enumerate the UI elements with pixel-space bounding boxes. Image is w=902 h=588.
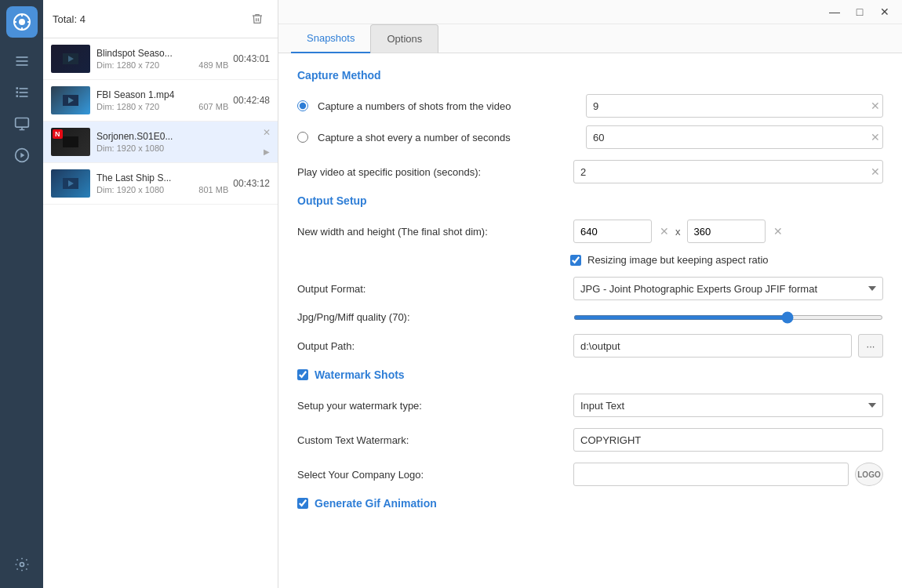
close-button[interactable]: ✕	[874, 3, 896, 20]
logo-label: Select Your Company Logo:	[297, 469, 564, 481]
svg-rect-23	[63, 136, 78, 147]
file-close-button[interactable]: ✕	[260, 126, 273, 139]
list-item[interactable]: Blindspot Seaso... Dim: 1280 x 720 489 M…	[43, 38, 278, 80]
position-label: Play video at specific position (seconds…	[297, 166, 564, 178]
watermark-text-row: Custom Text Watermark:	[297, 428, 883, 452]
file-name: FBI Season 1.mp4	[96, 89, 228, 100]
gif-title: Generate Gif Animation	[315, 497, 437, 510]
sidebar-item-play[interactable]	[6, 141, 38, 169]
list-item[interactable]: The Last Ship S... Dim: 1920 x 1080 801 …	[43, 163, 278, 205]
logo-icon	[13, 13, 31, 31]
app-logo[interactable]	[6, 6, 38, 38]
browse-button[interactable]: ···	[858, 334, 883, 358]
svg-rect-10	[19, 88, 27, 89]
height-input[interactable]	[687, 220, 766, 243]
file-thumbnail: N	[51, 128, 90, 156]
width-clear[interactable]: ✕	[660, 225, 669, 238]
watermark-section: Watermark Shots Setup your watermark typ…	[297, 368, 883, 486]
format-select[interactable]: JPG - Joint Photographic Experts Group J…	[573, 277, 883, 300]
path-row: Output Path: ···	[297, 334, 883, 358]
watermark-checkbox[interactable]	[297, 369, 308, 380]
delete-button[interactable]	[246, 8, 268, 30]
logo-path-input[interactable]	[573, 463, 849, 486]
file-name: Sorjonen.S01E0...	[96, 131, 270, 142]
file-thumbnail	[51, 86, 90, 114]
sidebar-item-list[interactable]	[6, 78, 38, 107]
file-dim: Dim: 1920 x 1080	[96, 143, 164, 153]
file-dim: Dim: 1920 x 1080	[96, 185, 164, 194]
path-input[interactable]	[573, 334, 852, 358]
file-info: The Last Ship S... Dim: 1920 x 1080 801 …	[96, 172, 228, 194]
radio-shots[interactable]	[297, 100, 308, 111]
gif-checkbox[interactable]	[297, 498, 308, 509]
file-meta: Dim: 1280 x 720 489 MB	[96, 60, 228, 70]
file-panel-header: Total: 4	[43, 0, 278, 38]
output-setup-title: Output Setup	[297, 194, 883, 207]
file-duration: 00:42:48	[233, 95, 270, 106]
svg-point-18	[20, 563, 24, 567]
watermark-type-row: Setup your watermark type: Input Text Im…	[297, 394, 883, 417]
file-play-button[interactable]: ▶	[260, 145, 273, 158]
dim-row: New width and height (The final shot dim…	[297, 220, 883, 243]
position-input[interactable]	[573, 160, 883, 183]
svg-rect-7	[16, 60, 27, 62]
watermark-text-input[interactable]	[573, 428, 883, 452]
radio-shots-label: Capture a numbers of shots from the vide…	[318, 100, 576, 112]
svg-rect-14	[19, 96, 27, 97]
quality-slider-container	[573, 315, 883, 320]
menu-icon	[14, 53, 30, 69]
radio-row-seconds: Capture a shot every a number of seconds…	[297, 125, 883, 149]
file-thumbnail	[51, 169, 90, 198]
list-item[interactable]: N Sorjonen.S01E0... Dim: 1920 x 1080 ✕ ▶	[43, 122, 278, 163]
resize-checkbox[interactable]	[570, 255, 581, 266]
play-icon	[14, 147, 30, 163]
settings-icon	[14, 557, 30, 572]
tab-options[interactable]: Options	[370, 24, 438, 53]
file-thumbnail	[51, 45, 90, 73]
watermark-text-label: Custom Text Watermark:	[297, 434, 564, 446]
radio-seconds[interactable]	[297, 132, 308, 143]
monitor-icon	[14, 116, 30, 132]
video-thumb-icon	[63, 95, 78, 106]
file-duration: 00:43:12	[233, 178, 270, 189]
svg-rect-12	[19, 92, 27, 93]
sidebar-item-settings[interactable]	[6, 550, 38, 579]
path-label: Output Path:	[297, 340, 564, 352]
seconds-interval-clear[interactable]: ✕	[871, 132, 880, 143]
width-input[interactable]	[573, 220, 652, 243]
capture-method-group: Capture a numbers of shots from the vide…	[297, 94, 883, 149]
quality-label: Jpg/Png/Miff quality (70):	[297, 311, 564, 323]
height-clear[interactable]: ✕	[773, 225, 783, 238]
gif-header: Generate Gif Animation	[297, 497, 883, 510]
resize-row: Resizing image but keeping aspect ratio	[570, 254, 883, 266]
shots-count-clear[interactable]: ✕	[871, 100, 880, 111]
watermark-title: Watermark Shots	[315, 368, 405, 381]
file-meta: Dim: 1280 x 720 607 MB	[96, 102, 228, 111]
logo-button[interactable]: LOGO	[855, 463, 883, 486]
watermark-type-select[interactable]: Input Text Image	[573, 394, 883, 417]
svg-rect-15	[15, 118, 28, 128]
tab-snapshots[interactable]: Snapshots	[291, 24, 370, 53]
maximize-button[interactable]: □	[849, 3, 871, 20]
watermark-header: Watermark Shots	[297, 368, 883, 381]
position-clear[interactable]: ✕	[871, 166, 880, 177]
list-item[interactable]: FBI Season 1.mp4 Dim: 1280 x 720 607 MB …	[43, 80, 278, 122]
quality-slider[interactable]	[573, 315, 883, 320]
file-meta: Dim: 1920 x 1080 801 MB	[96, 185, 228, 194]
minimize-button[interactable]: —	[824, 3, 846, 20]
sidebar-item-menu[interactable]	[6, 47, 38, 75]
file-dim: Dim: 1280 x 720	[96, 60, 159, 70]
seconds-interval-input[interactable]	[586, 125, 883, 149]
file-name: Blindspot Seaso...	[96, 48, 228, 59]
svg-rect-8	[16, 64, 27, 66]
file-size: 801 MB	[198, 185, 228, 194]
shots-count-input[interactable]	[586, 94, 883, 118]
file-duration: 00:43:01	[233, 53, 270, 64]
tab-bar: Snapshots Options	[278, 24, 902, 53]
file-info: Sorjonen.S01E0... Dim: 1920 x 1080	[96, 131, 270, 153]
file-list-panel: Total: 4 Blindspot Seaso... Dim: 1280 x	[43, 0, 278, 588]
sidebar-item-monitor[interactable]	[6, 110, 38, 138]
format-row: Output Format: JPG - Joint Photographic …	[297, 277, 883, 300]
file-size: 489 MB	[198, 60, 228, 70]
trash-icon	[251, 13, 264, 25]
